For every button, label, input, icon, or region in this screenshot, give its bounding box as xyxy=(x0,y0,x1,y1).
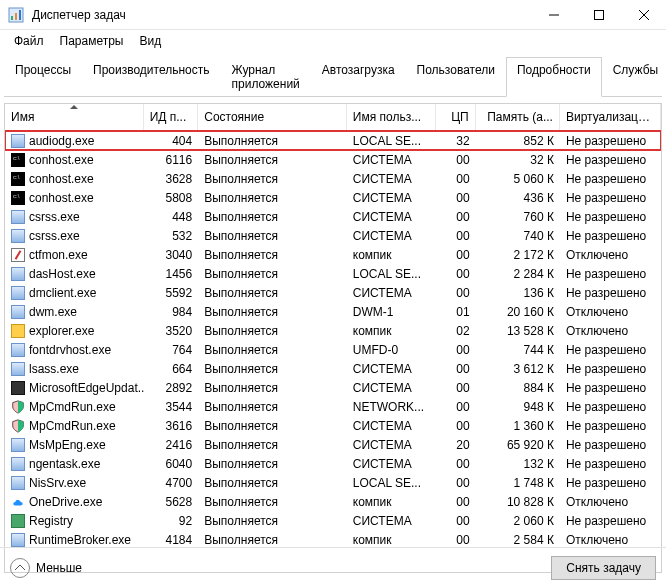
cell-virt: Не разрешено xyxy=(560,210,661,224)
cell-state: Выполняется xyxy=(198,343,347,357)
cell-cpu: 02 xyxy=(436,324,476,338)
cell-user: компик xyxy=(347,324,436,338)
cell-name: RuntimeBroker.exe xyxy=(5,533,144,547)
table-row[interactable]: audiodg.exe404ВыполняетсяLOCAL SE...3285… xyxy=(5,131,661,150)
table-row[interactable]: MpCmdRun.exe3616ВыполняетсяСИСТЕМА001 36… xyxy=(5,416,661,435)
tab-2[interactable]: Журнал приложений xyxy=(221,57,311,97)
process-name: OneDrive.exe xyxy=(29,495,102,509)
table-row[interactable]: MpCmdRun.exe3544ВыполняетсяNETWORK...009… xyxy=(5,397,661,416)
cell-user: СИСТЕМА xyxy=(347,457,436,471)
app-icon xyxy=(8,7,24,23)
table-row[interactable]: dwm.exe984ВыполняетсяDWM-10120 160 КОткл… xyxy=(5,302,661,321)
menu-view[interactable]: Вид xyxy=(131,32,169,50)
table-header: Имя ИД п... Состояние Имя польз... ЦП Па… xyxy=(5,104,661,131)
tab-5[interactable]: Подробности xyxy=(506,57,602,97)
table-row[interactable]: conhost.exe6116ВыполняетсяСИСТЕМА0032 КН… xyxy=(5,150,661,169)
cell-memory: 136 К xyxy=(476,286,560,300)
process-name: csrss.exe xyxy=(29,210,80,224)
col-state[interactable]: Состояние xyxy=(198,104,347,130)
process-icon xyxy=(11,438,25,452)
cell-memory: 65 920 К xyxy=(476,438,560,452)
cell-user: СИСТЕМА xyxy=(347,191,436,205)
table-row[interactable]: ngentask.exe6040ВыполняетсяСИСТЕМА00132 … xyxy=(5,454,661,473)
tab-1[interactable]: Производительность xyxy=(82,57,220,97)
process-name: NisSrv.exe xyxy=(29,476,86,490)
cell-user: СИСТЕМА xyxy=(347,438,436,452)
cell-name: csrss.exe xyxy=(5,210,144,224)
cell-cpu: 00 xyxy=(436,533,476,547)
cell-user: NETWORK... xyxy=(347,400,436,414)
cell-cpu: 00 xyxy=(436,343,476,357)
process-icon xyxy=(11,286,25,300)
col-user[interactable]: Имя польз... xyxy=(347,104,436,130)
cell-memory: 3 612 К xyxy=(476,362,560,376)
table-row[interactable]: explorer.exe3520Выполняетсякомпик0213 52… xyxy=(5,321,661,340)
process-icon xyxy=(11,514,25,528)
table-row[interactable]: Registry92ВыполняетсяСИСТЕМА002 060 КНе … xyxy=(5,511,661,530)
col-pid[interactable]: ИД п... xyxy=(144,104,199,130)
col-cpu[interactable]: ЦП xyxy=(436,104,476,130)
process-name: fontdrvhost.exe xyxy=(29,343,111,357)
cell-cpu: 00 xyxy=(436,286,476,300)
end-task-button[interactable]: Снять задачу xyxy=(551,556,656,580)
menu-file[interactable]: Файл xyxy=(6,32,52,50)
cell-pid: 5808 xyxy=(144,191,199,205)
col-virt[interactable]: Виртуализаци... xyxy=(560,104,661,130)
cell-pid: 1456 xyxy=(144,267,199,281)
process-icon xyxy=(11,210,25,224)
cell-pid: 5592 xyxy=(144,286,199,300)
cell-pid: 3544 xyxy=(144,400,199,414)
table-row[interactable]: csrss.exe448ВыполняетсяСИСТЕМА00760 КНе … xyxy=(5,207,661,226)
table-row[interactable]: conhost.exe5808ВыполняетсяСИСТЕМА00436 К… xyxy=(5,188,661,207)
chevron-up-icon xyxy=(10,558,30,578)
table-row[interactable]: MicrosoftEdgeUpdat...2892ВыполняетсяСИСТ… xyxy=(5,378,661,397)
cell-name: explorer.exe xyxy=(5,324,144,338)
menu-options[interactable]: Параметры xyxy=(52,32,132,50)
tab-3[interactable]: Автозагрузка xyxy=(311,57,406,97)
tab-4[interactable]: Пользователи xyxy=(406,57,506,97)
cell-pid: 5628 xyxy=(144,495,199,509)
menubar: Файл Параметры Вид xyxy=(0,30,666,52)
table-row[interactable]: dmclient.exe5592ВыполняетсяСИСТЕМА00136 … xyxy=(5,283,661,302)
table-row[interactable]: ctfmon.exe3040Выполняетсякомпик002 172 К… xyxy=(5,245,661,264)
process-name: ctfmon.exe xyxy=(29,248,88,262)
cell-state: Выполняется xyxy=(198,514,347,528)
cell-cpu: 20 xyxy=(436,438,476,452)
col-name[interactable]: Имя xyxy=(5,104,144,130)
cell-cpu: 00 xyxy=(436,172,476,186)
cell-cpu: 00 xyxy=(436,210,476,224)
process-name: dwm.exe xyxy=(29,305,77,319)
cell-name: dasHost.exe xyxy=(5,267,144,281)
cell-name: conhost.exe xyxy=(5,191,144,205)
cell-memory: 13 528 К xyxy=(476,324,560,338)
process-name: MpCmdRun.exe xyxy=(29,419,116,433)
table-row[interactable]: OneDrive.exe5628Выполняетсякомпик0010 82… xyxy=(5,492,661,511)
close-button[interactable] xyxy=(621,0,666,30)
fewer-details-button[interactable]: Меньше xyxy=(10,558,82,578)
col-memory[interactable]: Память (а... xyxy=(476,104,560,130)
cell-state: Выполняется xyxy=(198,381,347,395)
table-row[interactable]: lsass.exe664ВыполняетсяСИСТЕМА003 612 КН… xyxy=(5,359,661,378)
table-row[interactable]: fontdrvhost.exe764ВыполняетсяUMFD-000744… xyxy=(5,340,661,359)
tab-6[interactable]: Службы xyxy=(602,57,666,97)
cell-pid: 3616 xyxy=(144,419,199,433)
table-row[interactable]: conhost.exe3628ВыполняетсяСИСТЕМА005 060… xyxy=(5,169,661,188)
minimize-button[interactable] xyxy=(531,0,576,30)
cell-memory: 1 748 К xyxy=(476,476,560,490)
process-icon xyxy=(11,476,25,490)
cell-pid: 3520 xyxy=(144,324,199,338)
cell-pid: 6116 xyxy=(144,153,199,167)
process-icon xyxy=(11,191,25,205)
table-row[interactable]: NisSrv.exe4700ВыполняетсяLOCAL SE...001 … xyxy=(5,473,661,492)
cell-virt: Отключено xyxy=(560,248,661,262)
table-row[interactable]: csrss.exe532ВыполняетсяСИСТЕМА00740 КНе … xyxy=(5,226,661,245)
cell-name: Registry xyxy=(5,514,144,528)
cell-state: Выполняется xyxy=(198,267,347,281)
table-row[interactable]: dasHost.exe1456ВыполняетсяLOCAL SE...002… xyxy=(5,264,661,283)
maximize-button[interactable] xyxy=(576,0,621,30)
table-row[interactable]: MsMpEng.exe2416ВыполняетсяСИСТЕМА2065 92… xyxy=(5,435,661,454)
tab-0[interactable]: Процессы xyxy=(4,57,82,97)
cell-pid: 3628 xyxy=(144,172,199,186)
cell-state: Выполняется xyxy=(198,457,347,471)
cell-virt: Не разрешено xyxy=(560,514,661,528)
